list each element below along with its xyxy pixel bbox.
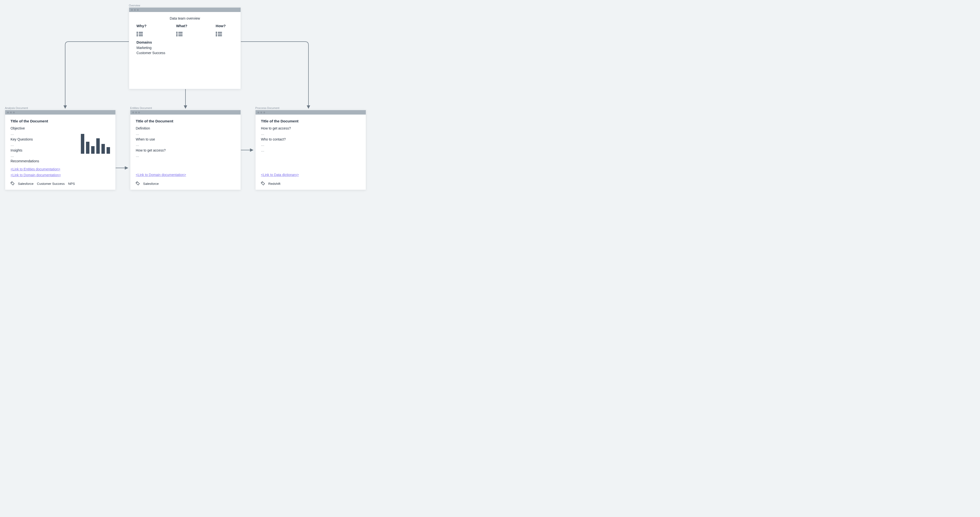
svg-point-10 — [176, 35, 177, 36]
process-label: Proccess Document — [255, 106, 279, 109]
doc-line: … — [136, 131, 235, 136]
analysis-label: Analysis Document — [5, 106, 28, 109]
titlebar — [5, 110, 115, 114]
titlebar — [129, 8, 240, 12]
tag-icon — [261, 181, 265, 186]
doc-line: … — [11, 153, 110, 159]
window-dot-icon — [261, 112, 262, 113]
domain-doc-link[interactable]: <Link to Domain documentation> — [136, 172, 235, 178]
entities-window: TItle of the Document Definition … When … — [130, 110, 241, 190]
tag-icon — [136, 181, 140, 186]
window-dot-icon — [135, 112, 137, 113]
overview-label: Overview — [129, 4, 140, 7]
svg-point-6 — [176, 32, 177, 33]
svg-point-8 — [176, 33, 177, 35]
window-dot-icon — [138, 112, 140, 113]
svg-rect-3 — [139, 34, 143, 35]
data-dictionary-link[interactable]: <Link to Data dictionary> — [261, 172, 360, 178]
doc-line: … — [261, 147, 360, 153]
entities-doc-link[interactable]: <Link to Entities documentation> — [11, 167, 110, 172]
tag: Customer Success — [37, 182, 65, 186]
svg-point-14 — [216, 33, 217, 35]
col-heading: Why? — [137, 24, 154, 28]
svg-point-12 — [216, 32, 217, 33]
doc-line: How to get access? — [136, 147, 235, 153]
tag: Redshift — [268, 182, 280, 186]
entities-label: Entities Document — [130, 106, 152, 109]
window-dot-icon — [132, 112, 134, 113]
titlebar — [256, 110, 366, 114]
list-icon — [176, 31, 183, 37]
tag: Salesforce — [143, 182, 159, 186]
doc-title: TItle of the Document — [261, 119, 360, 123]
window-dot-icon — [134, 9, 136, 11]
window-dot-icon — [7, 112, 9, 113]
svg-rect-13 — [218, 32, 222, 33]
doc-line: … — [136, 153, 235, 159]
doc-title: TItle of the Document — [136, 119, 235, 123]
titlebar — [130, 110, 240, 114]
process-window: TItle of the Document How to get access?… — [255, 110, 366, 190]
svg-rect-11 — [178, 35, 183, 36]
svg-point-18 — [11, 182, 12, 183]
col-heading: How? — [216, 24, 233, 28]
doc-line: Recommendations — [11, 159, 110, 164]
svg-rect-7 — [178, 32, 183, 33]
svg-point-16 — [216, 35, 217, 36]
doc-line: Objective — [11, 125, 110, 131]
window-dot-icon — [258, 112, 259, 113]
domain-item: Marketing — [137, 45, 233, 51]
tag: Salesforce — [18, 182, 33, 186]
overview-col-why: Why? — [137, 24, 154, 37]
tag-row: Salesforce — [136, 181, 235, 186]
overview-window: Data team overview Why? What? How? Domai… — [129, 7, 241, 89]
domain-doc-link[interactable]: <Link to Domain documentation> — [11, 172, 110, 178]
overview-title: Data team overview — [129, 16, 240, 20]
window-dot-icon — [10, 112, 12, 113]
svg-point-20 — [262, 182, 262, 183]
svg-point-4 — [137, 35, 138, 36]
svg-point-19 — [137, 182, 137, 183]
window-dot-icon — [137, 9, 139, 11]
svg-point-2 — [137, 33, 138, 35]
col-heading: What? — [176, 24, 194, 28]
doc-line: How to get access? — [261, 125, 360, 131]
overview-col-what: What? — [176, 24, 194, 37]
doc-line: Definition — [136, 125, 235, 131]
bar-chart-icon — [81, 132, 110, 154]
domains-heading: Domains — [137, 40, 233, 44]
analysis-window: TItle of the Document Objective … Key Qu… — [5, 110, 116, 190]
domain-item: Customer Success — [137, 51, 233, 56]
overview-col-how: How? — [216, 24, 233, 37]
svg-rect-15 — [218, 34, 222, 35]
doc-line: Who to contact? — [261, 136, 360, 142]
tag-row: Salesforce Customer Success NPS — [11, 181, 110, 186]
window-dot-icon — [263, 112, 265, 113]
doc-line: When to use — [136, 136, 235, 142]
list-icon — [137, 31, 143, 37]
svg-rect-17 — [218, 35, 222, 36]
tag: NPS — [68, 182, 75, 186]
doc-line: … — [136, 142, 235, 147]
tag-icon — [11, 181, 14, 186]
doc-line: … — [261, 131, 360, 136]
window-dot-icon — [13, 112, 15, 113]
svg-rect-5 — [139, 35, 143, 36]
list-icon — [216, 31, 223, 37]
doc-line: … — [261, 142, 360, 147]
svg-point-0 — [137, 32, 138, 33]
window-dot-icon — [131, 9, 133, 11]
tag-row: Redshift — [261, 181, 360, 186]
svg-rect-9 — [178, 34, 183, 35]
doc-title: TItle of the Document — [11, 119, 110, 123]
svg-rect-1 — [139, 32, 143, 33]
